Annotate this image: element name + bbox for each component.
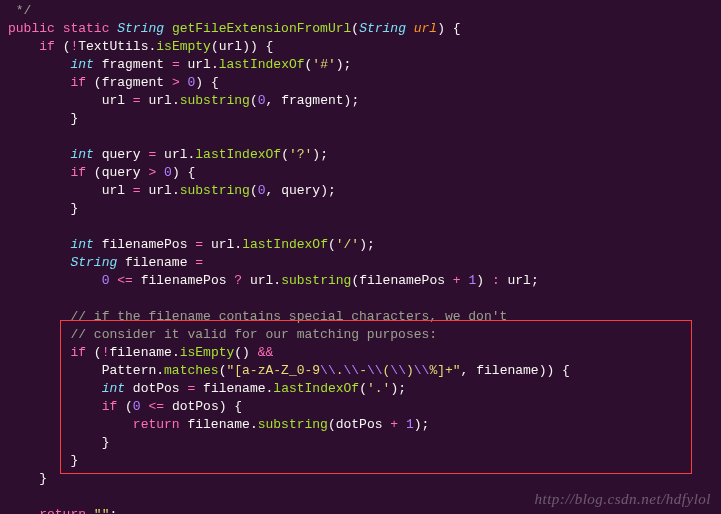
code-line: if (query > 0) { <box>8 165 195 180</box>
code-line <box>8 489 16 504</box>
code-line <box>8 129 16 144</box>
code-line: 0 <= filenamePos ? url.substring(filenam… <box>8 273 539 288</box>
code-line: */ <box>8 3 31 18</box>
comment-line: // consider it valid for our matching pu… <box>70 327 437 342</box>
code-line: // consider it valid for our matching pu… <box>8 327 437 342</box>
code-line: } <box>8 435 109 450</box>
code-line: String filename = <box>8 255 203 270</box>
code-block: */ public static String getFileExtension… <box>0 0 721 514</box>
code-line: url = url.substring(0, query); <box>8 183 336 198</box>
code-line: } <box>8 111 78 126</box>
code-line <box>8 291 16 306</box>
code-line: if (0 <= dotPos) { <box>8 399 242 414</box>
code-line: } <box>8 201 78 216</box>
code-line: // if the filename contains special char… <box>8 309 507 324</box>
code-line: url = url.substring(0, fragment); <box>8 93 359 108</box>
code-line: return filename.substring(dotPos + 1); <box>8 417 429 432</box>
code-line: if (fragment > 0) { <box>8 75 219 90</box>
code-line: int filenamePos = url.lastIndexOf('/'); <box>8 237 375 252</box>
code-line: if (!TextUtils.isEmpty(url)) { <box>8 39 273 54</box>
code-line: int query = url.lastIndexOf('?'); <box>8 147 328 162</box>
code-line: Pattern.matches("[a-zA-Z_0-9\\.\\-\\(\\)… <box>8 363 570 378</box>
code-line: } <box>8 453 78 468</box>
code-line: int dotPos = filename.lastIndexOf('.'); <box>8 381 406 396</box>
code-line: } <box>8 471 47 486</box>
code-line: int fragment = url.lastIndexOf('#'); <box>8 57 351 72</box>
code-line: if (!filename.isEmpty() && <box>8 345 273 360</box>
code-line: public static String getFileExtensionFro… <box>8 21 461 36</box>
comment-line: // if the filename contains special char… <box>70 309 507 324</box>
code-line: return ""; <box>8 507 117 514</box>
code-line <box>8 219 16 234</box>
